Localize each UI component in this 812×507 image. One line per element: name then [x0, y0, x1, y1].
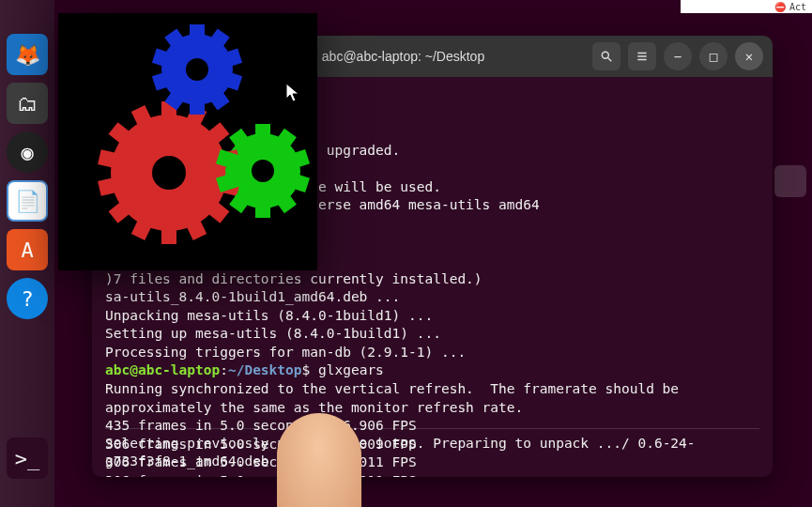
menu-button[interactable]: [628, 42, 656, 70]
svg-point-8: [186, 58, 208, 81]
glxgears-window[interactable]: // draw simple teeth function teeth(cx,c…: [58, 13, 317, 270]
dock-app-writer[interactable]: 📄: [7, 180, 48, 222]
svg-point-6: [152, 156, 186, 190]
hamburger-icon: [636, 50, 649, 63]
search-button[interactable]: [592, 42, 620, 70]
svg-rect-25: [190, 24, 205, 53]
dock-app-files[interactable]: 🗂: [7, 83, 48, 124]
svg-rect-40: [255, 190, 270, 218]
svg-rect-35: [255, 124, 270, 152]
svg-rect-30: [190, 86, 205, 115]
desktop-files-icon[interactable]: [774, 165, 806, 197]
svg-point-10: [252, 160, 274, 182]
terminal-status-area: Selecting previously uns package iotop. …: [105, 428, 759, 471]
dock-app-rhythmbox[interactable]: ◉: [7, 131, 48, 173]
maximize-button[interactable]: □: [699, 42, 728, 70]
dock-app-terminal[interactable]: >_: [7, 438, 48, 479]
search-icon: [600, 50, 613, 63]
svg-rect-18: [161, 210, 176, 244]
dock-app-help[interactable]: ?: [7, 278, 48, 319]
close-button[interactable]: ✕: [735, 42, 763, 70]
dock-app-software[interactable]: A: [7, 229, 48, 270]
svg-point-0: [602, 52, 608, 58]
glxgears-canvas: // draw simple teeth function teeth(cx,c…: [58, 13, 317, 270]
dock-app-firefox[interactable]: 🦊: [7, 34, 48, 75]
ubuntu-dock: 🦊 🗂 ◉ 📄 A ? >_: [0, 0, 54, 507]
minimize-button[interactable]: −: [664, 42, 692, 70]
svg-line-1: [608, 58, 612, 62]
top-panel-fragment: ⛔ Act: [681, 0, 812, 13]
